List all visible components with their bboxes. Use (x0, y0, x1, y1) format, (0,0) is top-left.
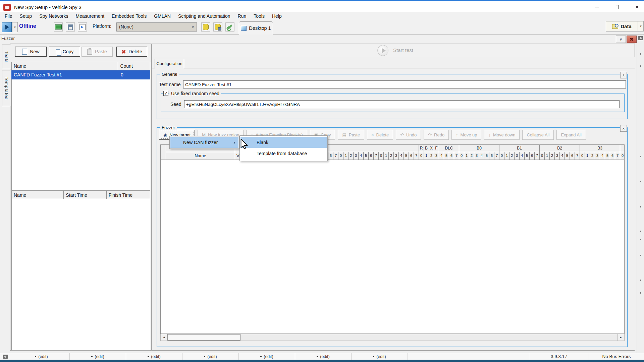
column-header-count[interactable]: Count (118, 62, 150, 70)
paste-button[interactable]: ▤Paste (338, 130, 364, 140)
platform-select[interactable]: (None)∨ (116, 22, 197, 32)
delete-test-button[interactable]: Delete (116, 47, 147, 57)
table-row-selected[interactable]: CANFD Fuzzer Test #1 0 (11, 70, 150, 79)
status-edit-cell[interactable]: (edit) (126, 353, 182, 360)
delete-button[interactable]: ×Delete (367, 130, 393, 140)
bit-cell: 0 (499, 152, 504, 160)
fuzzer-collapse-button[interactable]: ∧ (620, 125, 627, 132)
bit-group-b3: B3 (580, 145, 620, 152)
bit-cell: 5 (605, 152, 610, 160)
run-dropdown-button[interactable]: ▼ (12, 22, 18, 32)
column-header-run-name[interactable]: Name (12, 191, 64, 199)
platform-value: (None) (119, 24, 133, 29)
bit-cell: 1 (464, 152, 469, 160)
connection-status: Offline (19, 23, 36, 29)
test-name-input[interactable] (183, 80, 626, 88)
new-test-button[interactable]: New (15, 47, 47, 57)
maximize-button[interactable] (612, 2, 622, 12)
runs-table-body[interactable] (11, 199, 150, 350)
view-setup-button[interactable] (78, 22, 87, 32)
tab-desktop-1[interactable]: Desktop 1 (239, 21, 273, 35)
bit-group-b2: B2 (540, 145, 580, 152)
general-collapse-button[interactable]: ∧ (620, 72, 627, 78)
redo-button[interactable]: ↷Redo (424, 130, 449, 140)
column-header-start-time[interactable]: Start Time (64, 191, 106, 199)
menu-spy-networks[interactable]: Spy Networks (36, 12, 72, 21)
status-edit-cell[interactable]: (edit) (70, 353, 126, 360)
tab-configuration[interactable]: Configuration (155, 59, 184, 68)
scroll-right-button[interactable]: ► (617, 334, 624, 341)
tab-templates[interactable]: Templates (2, 70, 10, 106)
panel-collapse-button[interactable]: ∨ (616, 36, 626, 43)
bit-group-b1: B1 (499, 145, 540, 152)
panel-close-button[interactable]: ✖ (627, 36, 637, 43)
edit-label: (edit) (207, 354, 217, 359)
status-edit-cell[interactable]: (edit) (239, 353, 295, 360)
scrollbar-thumb[interactable] (167, 334, 240, 341)
bit-cell: 2 (348, 152, 354, 160)
bit-cell: 1 (545, 152, 550, 160)
seed-input[interactable] (184, 100, 620, 108)
menu-setup[interactable]: Setup (16, 12, 36, 21)
run-button[interactable] (2, 22, 12, 32)
status-edit-cell[interactable]: (edit) (13, 353, 70, 360)
menu-run[interactable]: Run (234, 12, 250, 21)
menu-file[interactable]: File (1, 12, 16, 21)
close-icon: ✕ (635, 5, 639, 9)
tools-button[interactable] (225, 22, 234, 32)
move-up-button[interactable]: ↑Move up (451, 130, 481, 140)
bit-cell: 4 (600, 152, 605, 160)
titlebar: New Spy Setup - Vehicle Spy 3 ✕ (0, 1, 644, 12)
database-save-button[interactable] (213, 22, 222, 32)
move-down-button[interactable]: ↓Move down (484, 130, 520, 140)
scroll-left-button[interactable]: ◄ (161, 334, 168, 341)
minimize-button[interactable] (592, 2, 602, 12)
tests-table-body[interactable] (11, 79, 150, 191)
grip-dot (640, 206, 641, 207)
database-button[interactable] (201, 22, 210, 32)
close-button[interactable]: ✕ (632, 2, 642, 12)
menu-help[interactable]: Help (268, 12, 285, 21)
collapse-all-button[interactable]: Collapse All (522, 130, 554, 140)
save-button[interactable] (66, 22, 75, 32)
bit-cell: 4 (359, 152, 364, 160)
copy-test-button[interactable]: Copy (49, 47, 80, 57)
data-button[interactable]: Data (606, 21, 638, 32)
bit-cell: 5 (484, 152, 489, 160)
use-fixed-random-seed-checkbox[interactable] (163, 91, 168, 96)
start-test-button[interactable] (377, 45, 388, 56)
tab-tests[interactable]: Tests (2, 45, 10, 69)
horizontal-scrollbar[interactable]: ◄ ► (160, 334, 625, 341)
hardware-button[interactable] (54, 22, 63, 32)
expand-all-button[interactable]: Expand All (556, 130, 586, 140)
fuzzer-grid-body[interactable] (160, 160, 625, 334)
bit-cell: 0 (620, 152, 625, 160)
bit-cell: 4 (520, 152, 525, 160)
menu-item-template-from-database[interactable]: Template from database (240, 148, 327, 159)
status-edit-cell[interactable]: (edit) (295, 353, 352, 360)
bit-cell: 5 (525, 152, 530, 160)
undo-button[interactable]: ↶Undo (396, 130, 421, 140)
menu-item-blank[interactable]: Blank (240, 137, 327, 148)
menu-embedded-tools[interactable]: Embedded Tools (108, 12, 150, 21)
menu-measurement[interactable]: Measurement (72, 12, 108, 21)
menu-tools[interactable]: Tools (250, 12, 268, 21)
tests-tab-label: Tests (4, 51, 9, 63)
camera-icon[interactable] (638, 36, 643, 40)
paste-test-button[interactable]: Paste (82, 47, 113, 57)
bit-cell: 3 (434, 152, 439, 160)
status-edit-cell[interactable]: (edit) (182, 353, 239, 360)
menu-gmlan[interactable]: GMLAN (150, 12, 174, 21)
menu-scripting-and-automation[interactable]: Scripting and Automation (174, 12, 234, 21)
menu-item-new-can-fuzzer[interactable]: New CAN fuzzer › (170, 137, 238, 148)
paste-icon (87, 49, 92, 55)
bit-cell: 2 (429, 152, 434, 160)
bit-cell: 0 (419, 152, 424, 160)
data-dropdown-button[interactable]: ▼ (638, 21, 644, 32)
tab-content-border (152, 68, 635, 68)
bit-cell: 3 (515, 152, 520, 160)
column-header-finish-time[interactable]: Finish Time (107, 191, 150, 199)
column-header-name[interactable]: Name (12, 62, 118, 70)
pane-splitter[interactable] (151, 44, 152, 350)
status-edit-cell[interactable]: (edit) (352, 353, 408, 360)
